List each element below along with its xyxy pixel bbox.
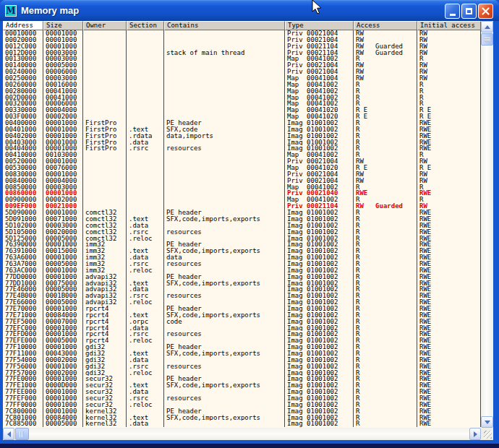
cell-access: R xyxy=(354,306,417,312)
cell-initial-access: RW xyxy=(417,171,481,178)
table-row[interactable]: 7C88500000005000kernel32.dataImag 010010… xyxy=(3,421,481,427)
table-row[interactable]: 0012C00000001000Priv 00021104RW GuardedR… xyxy=(3,43,481,50)
horizontal-scrollbar[interactable] xyxy=(3,428,481,440)
table-row[interactable]: 003F000000002000Map 00041020R ER E xyxy=(3,113,481,120)
table-row[interactable]: 0001000000001000Priv 00021004RWRW xyxy=(3,30,481,37)
table-row[interactable]: 0040100000001000FirstPro.textSFX,codeIma… xyxy=(3,126,481,133)
resize-grip[interactable] xyxy=(481,428,493,440)
table-row[interactable]: 77EFE00000005000rpcrt4.relocImag 0100100… xyxy=(3,337,481,344)
column-header-initial-access[interactable]: Initial access xyxy=(417,21,481,30)
table-row[interactable]: 0040300000001000FirstPro.dataImag 010010… xyxy=(3,139,481,146)
table-row[interactable]: 7C80000000001000kernel32PE headerImag 01… xyxy=(3,408,481,415)
table-row[interactable]: 77E4600000005000advapi32.dataImag 010010… xyxy=(3,286,481,293)
table-row[interactable]: 0025000000003000Map 00041004RWRW xyxy=(3,75,481,82)
cell-section: .data xyxy=(127,139,164,146)
column-header-owner[interactable]: Owner xyxy=(83,21,127,30)
table-row[interactable]: 77F5400000002000gdi32.dataImag 01001002R… xyxy=(3,357,481,363)
table-row[interactable]: 77E4B0000001B000advapi32.rsrcresourcesIm… xyxy=(3,293,481,299)
cell-type: Imag 01001002 xyxy=(285,408,354,415)
table-row[interactable]: 0085000000003000Map 00041002RR xyxy=(3,184,481,191)
table-row[interactable]: 77DD000000001000advapi32PE headerImag 01… xyxy=(3,274,481,280)
cell-owner xyxy=(83,50,127,56)
column-header-contains[interactable]: Contains xyxy=(164,21,285,30)
table-row[interactable]: 77FE000000001000secur32PE headerImag 010… xyxy=(3,376,481,382)
table-row[interactable]: 77F1100000043000gdi32.textSFX,code,impor… xyxy=(3,350,481,357)
table-row[interactable]: 0083000000001000Priv 00021004RWRW xyxy=(3,171,481,178)
table-row[interactable]: 7C80100000084000kernel32.textSFX,code,im… xyxy=(3,415,481,421)
table-row[interactable]: 002D000000041000Map 00041002RR xyxy=(3,95,481,101)
cell-initial-access: RWE xyxy=(417,261,481,267)
table-row[interactable]: 0013000000003000Map 00041002RR xyxy=(3,56,481,62)
cell-section: .text xyxy=(127,248,164,254)
table-row[interactable]: 0084000000004000Priv 00021004RWRW xyxy=(3,178,481,184)
table-row[interactable]: 0012D00000003000stack of main threadPriv… xyxy=(3,50,481,56)
cell-contains xyxy=(164,107,285,113)
table-row[interactable]: 0032000000006000Map 00041002RR xyxy=(3,100,481,107)
table-row[interactable]: 5D09100000071000comctl32.textSFX,code,im… xyxy=(3,216,481,223)
table-row[interactable]: 0014000000005000Priv 00021004RWRW xyxy=(3,62,481,69)
table-row[interactable]: 0041000000103000Map 00041002RR xyxy=(3,152,481,158)
table-row[interactable]: 5D09000000001000comctl32PE headerImag 01… xyxy=(3,210,481,216)
vertical-scrollbar-thumb[interactable] xyxy=(481,33,493,46)
table-row[interactable]: 77E7000000001000rpcrt4PE headerImag 0100… xyxy=(3,306,481,312)
table-row[interactable]: 0040000000001000FirstProPE headerImag 01… xyxy=(3,120,481,126)
table-row[interactable]: 763A700000005000imm32.rsrcresourcesImag … xyxy=(3,261,481,267)
table-row[interactable]: 0033000000004000Map 00041020R ER E xyxy=(3,107,481,113)
cell-address: 00140000 xyxy=(3,62,43,69)
column-header-address[interactable]: Address xyxy=(3,21,43,30)
cell-access: R xyxy=(354,229,417,236)
scroll-right-button[interactable] xyxy=(469,428,481,440)
scroll-down-button[interactable] xyxy=(481,416,493,428)
table-row[interactable]: 0040400000001000FirstPro.rsrcresourcesIm… xyxy=(3,145,481,152)
table-row[interactable]: 77EFC00000001000rpcrt4.dataImag 01001002… xyxy=(3,325,481,332)
table-row[interactable]: 77EF500000007000rpcrt4.orpccodeImag 0100… xyxy=(3,319,481,325)
table-row[interactable]: 0090000000002000Map 00041002RR xyxy=(3,197,481,203)
cell-section xyxy=(127,50,164,56)
close-button[interactable] xyxy=(478,4,493,19)
table-row[interactable]: 0052000000001000Priv 00021004RWRW xyxy=(3,158,481,165)
table-row[interactable]: 77FEF00000001000secur32.rsrcresourcesIma… xyxy=(3,395,481,402)
table-row[interactable]: 0002000000001000Priv 00021004RWRW xyxy=(3,37,481,43)
table-row[interactable]: 77F5700000002000gdi32.relocImag 01001002… xyxy=(3,370,481,376)
table-row[interactable]: 0086000000001000Priv 00021040RWERWE xyxy=(3,190,481,197)
table-row[interactable]: 0024000000006000Priv 00021004RWRW xyxy=(3,69,481,75)
table-row[interactable]: 0028000000041000Map 00041002RR xyxy=(3,88,481,95)
cell-initial-access: RWE xyxy=(417,306,481,312)
table-row[interactable]: 77FEE00000001000secur32.dataImag 0100100… xyxy=(3,389,481,395)
table-row[interactable]: 7639100000015000imm32.textSFX,code,impor… xyxy=(3,248,481,254)
cell-type: Imag 01001002 xyxy=(285,254,354,261)
table-row[interactable]: 0053000000076000Map 00041020R ER E xyxy=(3,165,481,171)
table-row[interactable]: 77FF000000001000secur32.relocImag 010010… xyxy=(3,402,481,408)
scroll-up-button[interactable] xyxy=(481,21,493,33)
table-row[interactable]: 77DD100000075000advapi32.textSFX,code,im… xyxy=(3,280,481,287)
table-row[interactable]: 5D12500000005000comctl32.relocImag 01001… xyxy=(3,236,481,242)
table-row[interactable]: 77EFD00000001000rpcrt4.rsrcresourcesImag… xyxy=(3,331,481,337)
cell-initial-access: RWE xyxy=(417,325,481,332)
table-row[interactable]: 77F5600000001000gdi32.rsrcresourcesImag … xyxy=(3,363,481,370)
column-header-size[interactable]: Size xyxy=(43,21,83,30)
column-header-section[interactable]: Section xyxy=(127,21,164,30)
column-header-access[interactable]: Access xyxy=(354,21,417,30)
minimize-button[interactable] xyxy=(445,4,460,19)
table-row[interactable]: 763A600000001000imm32.datadataImag 01001… xyxy=(3,254,481,261)
cell-section: .text xyxy=(127,415,164,421)
table-row[interactable]: 77E6600000005000advapi32.relocImag 01001… xyxy=(3,299,481,306)
table-row[interactable]: 763AC00000001000imm32.relocImag 01001002… xyxy=(3,267,481,274)
scroll-left-button[interactable] xyxy=(3,428,14,440)
cell-type: Imag 01001002 xyxy=(285,350,354,357)
table-row[interactable]: 009EF00000021000Priv 00021104RW GuardedR… xyxy=(3,203,481,210)
table-row[interactable]: 77FE10000000D000secur32.textSFX,code,imp… xyxy=(3,382,481,389)
maximize-button[interactable] xyxy=(461,4,477,19)
column-header-type[interactable]: Type xyxy=(285,21,354,30)
table-row[interactable]: 77E7100000084000rpcrt4.textSFX,code,impo… xyxy=(3,312,481,319)
cell-initial-access: RWE xyxy=(417,254,481,261)
titlebar[interactable]: M Memory map xyxy=(0,0,499,21)
table-row[interactable]: 5D10500000020000comctl32.rsrcresourcesIm… xyxy=(3,229,481,236)
table-row[interactable]: 7639000000001000imm32PE headerImag 01001… xyxy=(3,241,481,248)
table-row[interactable]: 5D10200000003000comctl32.dataImag 010010… xyxy=(3,223,481,229)
table-row[interactable]: 0026000000016000Map 00041002RR xyxy=(3,82,481,88)
table-row[interactable]: 77F1000000001000gdi32PE headerImag 01001… xyxy=(3,344,481,350)
vertical-scrollbar[interactable] xyxy=(481,21,493,428)
horizontal-scrollbar-thumb[interactable] xyxy=(15,428,29,440)
table-row[interactable]: 0040200000001000FirstPro.rdatadata,impor… xyxy=(3,133,481,139)
